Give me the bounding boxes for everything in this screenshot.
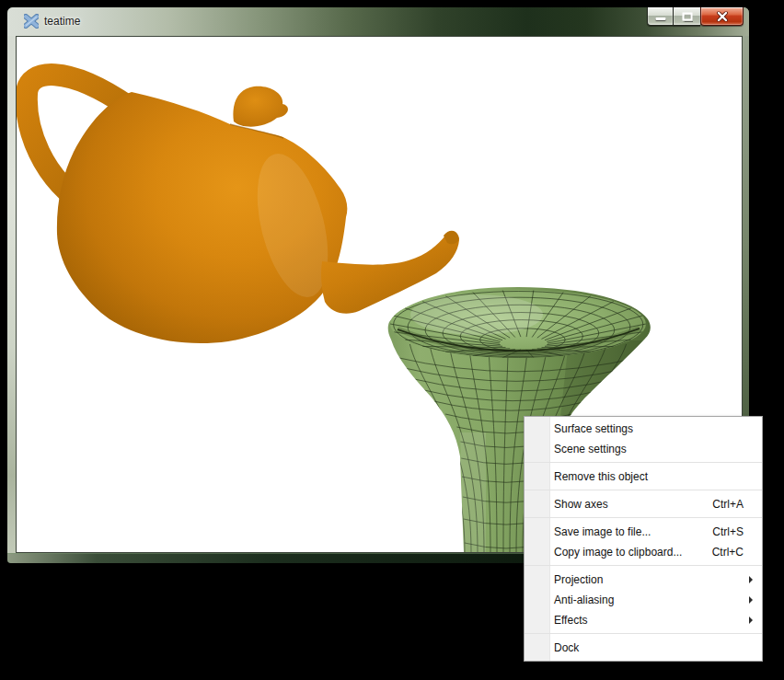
menu-shortcut: Ctrl+A <box>712 498 755 511</box>
menu-item-surface-settings[interactable]: Surface settings <box>525 419 762 439</box>
minimize-button[interactable] <box>647 7 674 26</box>
menu-item-anti-aliasing[interactable]: Anti-aliasing <box>525 590 762 610</box>
menu-item-label: Surface settings <box>554 422 633 435</box>
titlebar[interactable]: teatime <box>7 7 749 36</box>
menu-item-remove-this-object[interactable]: Remove this object <box>525 467 762 487</box>
teapot-lid-knob <box>233 86 288 127</box>
submenu-arrow-icon <box>749 596 753 604</box>
menu-separator <box>525 487 762 494</box>
menu-item-label: Anti-aliasing <box>554 594 614 606</box>
menu-item-label: Effects <box>554 614 587 627</box>
menu-separator <box>525 630 762 638</box>
menu-item-show-axes[interactable]: Show axes Ctrl+A <box>525 494 762 514</box>
menu-item-effects[interactable]: Effects <box>525 610 762 630</box>
maximize-icon <box>682 12 692 20</box>
close-icon <box>717 11 728 21</box>
menu-separator <box>525 562 762 570</box>
menu-shortcut: Ctrl+C <box>712 546 755 559</box>
menu-item-copy-image-to-clipboard[interactable]: Copy image to clipboard... Ctrl+C <box>525 542 762 562</box>
menu-item-label: Projection <box>554 573 603 586</box>
menu-item-dock[interactable]: Dock <box>525 638 762 658</box>
menu-item-save-image-to-file[interactable]: Save image to file... Ctrl+S <box>525 522 762 542</box>
caption-buttons <box>647 7 744 26</box>
close-button[interactable] <box>700 7 744 26</box>
window-resize-edge-left[interactable] <box>7 36 16 553</box>
menu-item-label: Remove this object <box>554 470 648 483</box>
menu-item-label: Show axes <box>554 498 608 511</box>
minimize-icon <box>655 17 665 20</box>
menu-item-label: Dock <box>554 641 579 654</box>
menu-separator <box>525 514 762 522</box>
desktop-background: teatime <box>0 0 784 680</box>
window-title: teatime <box>44 7 80 36</box>
menu-shortcut: Ctrl+S <box>712 525 755 538</box>
menu-item-label: Scene settings <box>554 443 627 455</box>
teapot-object[interactable] <box>27 75 459 343</box>
submenu-arrow-icon <box>749 617 753 624</box>
menu-item-scene-settings[interactable]: Scene settings <box>525 439 762 459</box>
menu-item-label: Copy image to clipboard... <box>554 546 682 559</box>
menu-item-label: Save image to file... <box>554 525 651 538</box>
submenu-arrow-icon <box>749 576 753 583</box>
menu-separator <box>525 459 762 467</box>
context-menu: Surface settings Scene settings Remove t… <box>524 416 763 662</box>
app-butterfly-icon[interactable] <box>24 14 39 29</box>
menu-item-projection[interactable]: Projection <box>525 570 762 590</box>
maximize-button[interactable] <box>674 7 700 26</box>
